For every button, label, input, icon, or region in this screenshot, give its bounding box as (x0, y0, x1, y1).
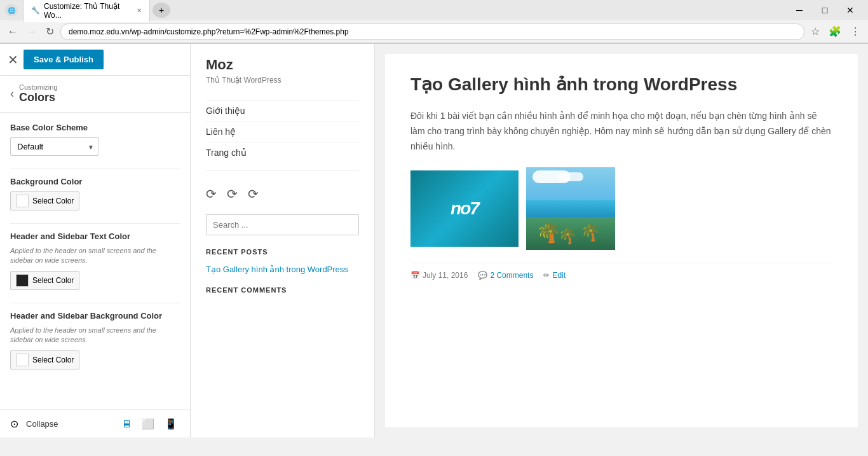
close-button[interactable]: ✕ (837, 0, 863, 20)
customizer-section-header: ‹ Customizing Colors (0, 76, 190, 113)
sidebar-search-input[interactable] (206, 214, 359, 235)
url-input[interactable] (60, 24, 804, 40)
comments-icon: 💬 (478, 271, 487, 280)
post-content: Đôi khi 1 bài viết bạn cần nhiều hình ản… (410, 109, 832, 154)
logo-text: no7 (451, 198, 478, 219)
customizing-label: Customizing (19, 83, 58, 91)
save-publish-button[interactable]: Save & Publish (24, 50, 104, 69)
divider-2 (10, 223, 180, 224)
site-tagline: Thủ Thuật WordPress (206, 76, 359, 85)
divider-3 (10, 303, 180, 303)
mobile-preview-button[interactable]: 📱 (162, 417, 180, 431)
wp-preview: Moz Thủ Thuật WordPress Giới thiệu Liên … (191, 44, 868, 438)
header-text-color-group: Header and Sidebar Text Color Applied to… (10, 231, 180, 290)
collapse-circle-icon: ⊙ (10, 418, 18, 430)
palm-1: 🌴 (536, 221, 559, 244)
collapse-button[interactable]: Collapse (26, 419, 58, 429)
customizer-topbar: ✕ Save & Publish (0, 44, 190, 76)
background-color-label: Background Color (10, 177, 180, 186)
tab-title: Customize: Thủ Thuật Wo... (44, 2, 133, 20)
comments-link[interactable]: 2 Comments (490, 271, 533, 280)
header-bg-color-swatch (16, 354, 29, 366)
customizer-content: Base Color Scheme Default Dark Light ▼ B… (0, 113, 190, 410)
header-bg-color-label: Header and Sidebar Background Color (10, 311, 180, 321)
close-customizer-button[interactable]: ✕ (8, 52, 18, 67)
nav-link-3[interactable]: Trang chủ (206, 148, 247, 158)
edit-icon: ✏ (543, 271, 550, 280)
header-text-color-select-button[interactable]: Select Color (10, 271, 79, 290)
minimize-button[interactable]: ─ (787, 0, 812, 20)
site-title: Moz (206, 57, 359, 73)
recent-posts-title: RECENT POSTS (206, 248, 359, 256)
menu-button[interactable]: ⋮ (848, 24, 863, 39)
wp-sidebar: Moz Thủ Thuật WordPress Giới thiệu Liên … (191, 44, 375, 438)
nav-item-2[interactable]: Liên hệ (206, 121, 359, 142)
meta-edit: ✏ Edit (543, 271, 566, 280)
device-buttons: 🖥 ⬜ 📱 (119, 417, 180, 431)
bookmark-button[interactable]: ☆ (808, 24, 822, 39)
header-text-color-swatch (16, 274, 29, 287)
edit-link[interactable]: Edit (552, 271, 566, 280)
extensions-button[interactable]: 🧩 (826, 24, 844, 39)
desktop-preview-button[interactable]: 🖥 (119, 417, 134, 431)
nav-item-3[interactable]: Trang chủ (206, 142, 359, 163)
customizer-panel: ✕ Save & Publish ‹ Customizing Colors Ba… (0, 44, 191, 438)
wp-navigation: Giới thiệu Liên hệ Trang chủ (206, 100, 359, 171)
window-controls: ─ □ ✕ (787, 0, 863, 20)
header-bg-color-group: Header and Sidebar Background Color Appl… (10, 311, 180, 370)
tab-close-icon[interactable]: ✕ (137, 7, 142, 14)
nav-link-2[interactable]: Liên hệ (206, 127, 236, 137)
divider-1 (10, 169, 180, 169)
wp-main-content: Tạo Gallery hình ảnh trong WordPress Đôi… (385, 54, 858, 427)
color-scheme-select-wrapper: Default Dark Light ▼ (10, 137, 99, 156)
collapse-label: Collapse (26, 419, 58, 429)
social-icon-2[interactable]: ⟳ (227, 186, 238, 202)
nav-link-1[interactable]: Giới thiệu (206, 106, 245, 116)
address-bar: ← → ↻ ☆ 🧩 ⋮ (0, 20, 868, 43)
section-label-group: Customizing Colors (19, 83, 58, 104)
palm-3: 🌴 (580, 223, 600, 242)
social-icon-3[interactable]: ⟳ (248, 186, 259, 202)
palm-2: 🌴 (558, 227, 577, 245)
logo-image: no7 (410, 170, 519, 247)
forward-button[interactable]: → (24, 25, 39, 39)
base-color-scheme-group: Base Color Scheme Default Dark Light ▼ (10, 123, 180, 156)
background-color-group: Background Color Select Color (10, 177, 180, 211)
social-icon-1[interactable]: ⟳ (206, 186, 217, 202)
post-meta: 📅 July 11, 2016 💬 2 Comments ✏ Edit (410, 263, 832, 280)
calendar-icon: 📅 (410, 271, 420, 280)
preview-area: Moz Thủ Thuật WordPress Giới thiệu Liên … (191, 44, 868, 438)
meta-date: 📅 July 11, 2016 (410, 271, 468, 280)
browser-tab[interactable]: 🔧 Customize: Thủ Thuật Wo... ✕ (23, 0, 150, 22)
header-text-color-description: Applied to the header on small screens a… (10, 246, 180, 266)
post-date: July 11, 2016 (423, 271, 468, 280)
background-color-swatch (16, 195, 29, 207)
back-button[interactable]: ← (5, 25, 20, 39)
recent-post-link-1[interactable]: Tạo Gallery hình ảnh trong WordPress (206, 263, 359, 276)
background-color-select-button[interactable]: Select Color (10, 191, 79, 211)
maximize-button[interactable]: □ (812, 0, 837, 20)
header-bg-color-select-button[interactable]: Select Color (10, 350, 79, 370)
base-color-scheme-label: Base Color Scheme (10, 123, 180, 132)
social-icons: ⟳ ⟳ ⟳ (206, 186, 359, 202)
back-section-button[interactable]: ‹ (10, 87, 14, 100)
post-title: Tạo Gallery hình ảnh trong WordPress (410, 73, 832, 96)
beach-photo: 🌴 🌴 🌴 (526, 167, 615, 250)
color-scheme-select[interactable]: Default Dark Light (10, 137, 99, 156)
tablet-preview-button[interactable]: ⬜ (139, 417, 157, 431)
post-images: no7 🌴 🌴 🌴 (410, 167, 832, 250)
browser-chrome: 🌐 🔧 Customize: Thủ Thuật Wo... ✕ + ─ □ ✕… (0, 0, 868, 44)
header-text-color-select-label: Select Color (32, 276, 74, 285)
section-title: Colors (19, 91, 55, 104)
header-text-color-label: Header and Sidebar Text Color (10, 231, 180, 241)
tab-icon: 🔧 (31, 6, 40, 15)
cloud-2 (558, 172, 583, 181)
refresh-button[interactable]: ↻ (43, 24, 57, 39)
browser-avatar-icon: 🌐 (5, 4, 18, 17)
main-layout: ✕ Save & Publish ‹ Customizing Colors Ba… (0, 44, 868, 438)
nav-item-1[interactable]: Giới thiệu (206, 100, 359, 121)
customizer-footer: ⊙ Collapse 🖥 ⬜ 📱 (0, 410, 190, 438)
background-color-select-label: Select Color (32, 197, 74, 205)
new-tab-button[interactable]: + (153, 3, 170, 18)
meta-comments: 💬 2 Comments (478, 271, 533, 280)
